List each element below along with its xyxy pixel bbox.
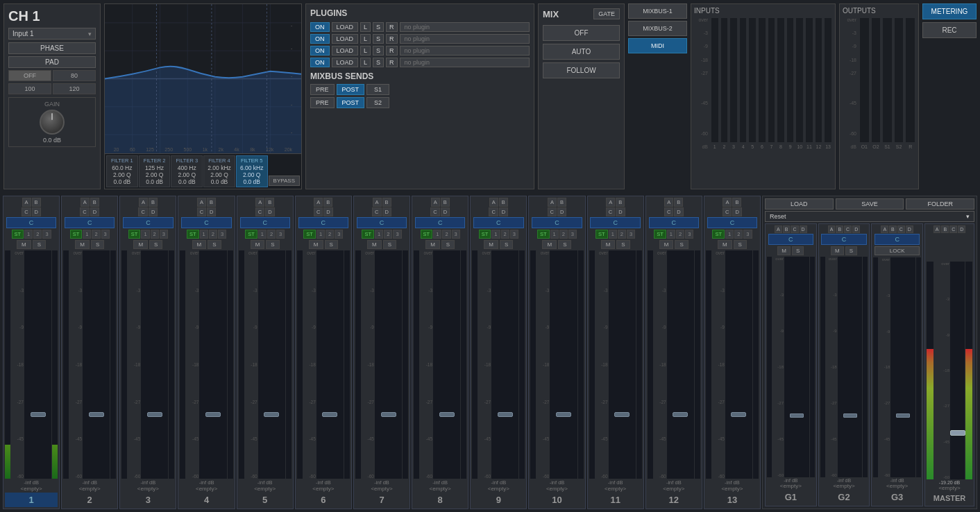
- ch4-b-btn[interactable]: B: [207, 198, 216, 207]
- ch5-m[interactable]: M: [251, 240, 265, 249]
- ch1-c-large[interactable]: C: [6, 217, 56, 228]
- ch8-c-large[interactable]: C: [415, 217, 465, 228]
- ch9-n1[interactable]: 1: [491, 230, 500, 239]
- ch12-b-btn[interactable]: B: [674, 198, 683, 207]
- ch9-c-large[interactable]: C: [473, 217, 523, 228]
- g2-a[interactable]: A: [828, 225, 836, 233]
- ch11-c-btn[interactable]: C: [606, 207, 615, 216]
- ch7-st[interactable]: ST: [362, 230, 374, 239]
- g1-m[interactable]: M: [777, 246, 791, 255]
- ch8-number[interactable]: 8: [414, 493, 466, 507]
- ch13-a-btn[interactable]: A: [723, 198, 732, 207]
- ch9-number[interactable]: 9: [472, 493, 525, 507]
- ch2-number[interactable]: 2: [63, 493, 116, 507]
- ch2-c-large[interactable]: C: [65, 217, 115, 228]
- plugin-3-load[interactable]: LOAD: [332, 46, 359, 56]
- plugin-4-l[interactable]: L: [360, 58, 371, 67]
- ch5-n2[interactable]: 2: [267, 230, 276, 239]
- lock-btn[interactable]: LOCK: [875, 246, 920, 255]
- ch3-b-btn[interactable]: B: [149, 198, 158, 207]
- ch2-n2[interactable]: 2: [92, 230, 100, 239]
- ch4-n3[interactable]: 3: [218, 230, 226, 239]
- ch12-n1[interactable]: 1: [667, 230, 675, 239]
- ch2-n3[interactable]: 3: [101, 230, 110, 239]
- ch1-m[interactable]: M: [17, 240, 31, 249]
- ch12-d-btn[interactable]: D: [674, 207, 683, 216]
- ch6-a-btn[interactable]: A: [314, 198, 323, 207]
- ch3-n2[interactable]: 2: [151, 230, 159, 239]
- g3-d[interactable]: D: [906, 225, 913, 233]
- ch13-c-large[interactable]: C: [707, 217, 757, 228]
- ch4-s[interactable]: S: [208, 240, 221, 249]
- plugin-2-r[interactable]: R: [386, 34, 398, 44]
- plugin-4-r[interactable]: R: [386, 58, 398, 67]
- ch9-n2[interactable]: 2: [501, 230, 509, 239]
- ch10-a-btn[interactable]: A: [548, 198, 557, 207]
- reset-dropdown[interactable]: Reset ▾: [765, 211, 974, 222]
- eq-graph[interactable]: - - - - - 20 60 125 250 500 1k 2k 4k 8k: [104, 3, 302, 154]
- mix-auto-button[interactable]: AUTO: [543, 44, 620, 60]
- ch12-s[interactable]: S: [675, 240, 688, 249]
- ch4-a-btn[interactable]: A: [197, 198, 206, 207]
- g3-b[interactable]: B: [889, 225, 897, 233]
- ch9-s[interactable]: S: [500, 240, 513, 249]
- ch11-a-btn[interactable]: A: [606, 198, 615, 207]
- ch7-c-btn[interactable]: C: [372, 207, 381, 216]
- plugin-1-load[interactable]: LOAD: [332, 22, 359, 32]
- mix-follow-button[interactable]: FOLLOW: [543, 62, 620, 78]
- ch11-d-btn[interactable]: D: [616, 207, 625, 216]
- sends-post-1[interactable]: POST: [337, 84, 365, 95]
- hpf-val2-button[interactable]: 100: [8, 83, 51, 94]
- ch10-d-btn[interactable]: D: [557, 207, 566, 216]
- plugin-1-r[interactable]: R: [386, 22, 398, 32]
- plugin-1-l[interactable]: L: [360, 22, 371, 32]
- ch11-b-btn[interactable]: B: [616, 198, 625, 207]
- ch10-number[interactable]: 10: [530, 493, 583, 507]
- mixbus-2-button[interactable]: MIXBUS-2: [628, 21, 687, 36]
- ch5-c-large[interactable]: C: [240, 217, 290, 228]
- ch4-m[interactable]: M: [192, 240, 207, 249]
- hpf-val1-button[interactable]: 80: [53, 70, 96, 81]
- ch10-c-large[interactable]: C: [532, 217, 582, 228]
- ch6-number[interactable]: 6: [297, 493, 350, 507]
- ch12-n3[interactable]: 3: [685, 230, 693, 239]
- sends-post-2[interactable]: POST: [337, 97, 365, 108]
- ch3-c-btn[interactable]: C: [138, 207, 147, 216]
- ch1-n2[interactable]: 2: [33, 230, 42, 239]
- mixbus-1-button[interactable]: MIXBUS-1: [628, 3, 687, 19]
- bypass-button[interactable]: BYPASS: [269, 176, 300, 186]
- ch8-m[interactable]: M: [425, 240, 440, 249]
- ch13-s[interactable]: S: [734, 240, 747, 249]
- ch1-d-btn[interactable]: D: [32, 207, 41, 216]
- g3-c-large[interactable]: C: [875, 234, 920, 245]
- ch3-s[interactable]: S: [149, 240, 162, 249]
- ch13-n1[interactable]: 1: [725, 230, 734, 239]
- plugin-3-s[interactable]: S: [373, 46, 384, 56]
- ch8-n2[interactable]: 2: [442, 230, 450, 239]
- ch11-s[interactable]: S: [616, 240, 630, 249]
- ch8-b-btn[interactable]: B: [441, 198, 450, 207]
- ch10-n1[interactable]: 1: [550, 230, 559, 239]
- ch11-m[interactable]: M: [601, 240, 616, 249]
- ch7-d-btn[interactable]: D: [382, 207, 391, 216]
- ch7-m[interactable]: M: [367, 240, 382, 249]
- plugin-3-l[interactable]: L: [360, 46, 371, 56]
- ch7-s[interactable]: S: [383, 240, 396, 249]
- ch8-d-btn[interactable]: D: [441, 207, 450, 216]
- ch4-c-btn[interactable]: C: [197, 207, 206, 216]
- ch2-s[interactable]: S: [91, 240, 104, 249]
- ch10-s[interactable]: S: [558, 240, 571, 249]
- g3-number[interactable]: G3: [873, 490, 921, 504]
- input-select[interactable]: Input 1 ▾: [8, 28, 96, 40]
- pad-button[interactable]: PAD: [8, 56, 96, 68]
- ch1-n3[interactable]: 3: [42, 230, 51, 239]
- plugin-2-on[interactable]: ON: [310, 34, 330, 44]
- ch13-n2[interactable]: 2: [734, 230, 743, 239]
- ch3-a-btn[interactable]: A: [139, 198, 148, 207]
- ch5-n1[interactable]: 1: [258, 230, 267, 239]
- ch12-st[interactable]: ST: [654, 230, 666, 239]
- g1-c-large[interactable]: C: [768, 234, 813, 245]
- ch6-n2[interactable]: 2: [326, 230, 334, 239]
- ch8-n3[interactable]: 3: [452, 230, 460, 239]
- master-number[interactable]: MASTER: [927, 492, 972, 504]
